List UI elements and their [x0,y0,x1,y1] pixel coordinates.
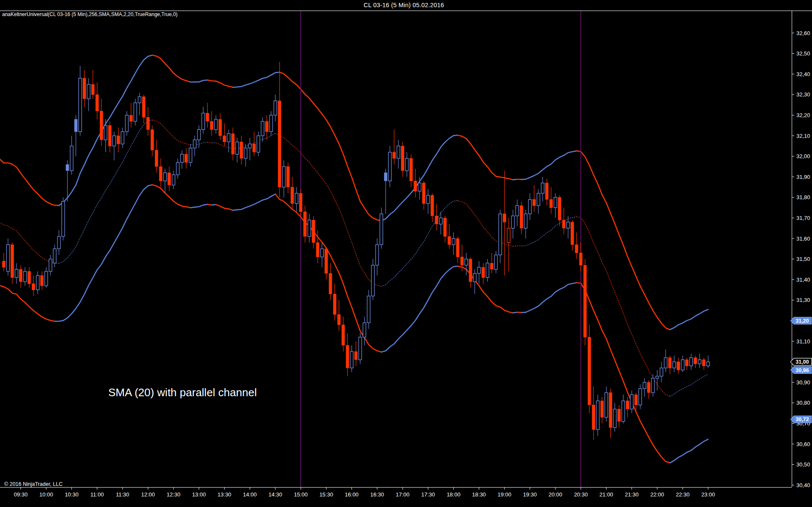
time-axis-label: 12:00 [141,491,155,498]
candle-body-hollow [596,401,599,430]
price-axis-label: 31,90 [796,174,810,180]
candle-body-hollow [376,245,379,266]
candle [236,138,239,162]
candle-body-hollow [202,113,205,130]
candle-body-solid [325,249,328,273]
candle [32,275,35,296]
candle-body-hollow [656,376,659,378]
keltner-midline-sma20 [381,201,458,287]
candle [252,132,255,156]
candle-body-hollow [70,146,73,170]
candle-body-hollow [24,271,27,282]
candle [622,395,625,423]
indicator-parameters-label[interactable]: anaKeltnerUniversal(CL 03-16 (5 Min),256… [2,11,178,17]
candle [609,389,612,438]
candle-body-hollow [367,296,370,323]
time-axis-label: 17:00 [396,491,410,498]
time-axis-label: 20:00 [549,491,562,498]
keltner-upper-band [152,55,190,82]
candle [520,202,523,235]
candle-body-solid [550,200,553,208]
candle-body-hollow [507,228,510,243]
candle-body-solid [456,238,459,257]
candle [537,189,540,214]
price-axis-label: 31,80 [796,194,810,200]
candle-body-solid [210,121,213,129]
candle-body-solid [617,409,620,421]
candle [278,62,281,197]
candle-body-solid [448,236,451,244]
candle-body-hollow [138,97,141,103]
candle-body-hollow [79,78,82,132]
candle [219,113,222,140]
candle-body-solid [592,405,595,430]
candle-body-solid [579,253,582,265]
chart-window: CL 03-16 (5 Min) 05.02.2016 anaKeltnerUn… [0,0,812,507]
candles-layer[interactable] [2,62,710,440]
time-axis-label: 14:30 [269,491,283,498]
candle [41,271,44,290]
candle [511,210,514,238]
candle [164,169,167,193]
candle-body-solid [231,134,234,154]
candle [388,146,391,187]
window-title: CL 03-16 (5 Min) 05.02.2016 [364,2,444,8]
candle [490,253,493,274]
candle [227,129,230,152]
chart-annotation-text[interactable]: SMA (20) with parallel channel [108,386,257,399]
candle [172,171,175,189]
candle-body-hollow [465,259,468,266]
price-axis-label: 31,30 [796,297,810,303]
candle-body-solid [562,220,565,228]
candle [651,374,654,397]
keltner-lower-band [381,266,458,352]
candle [261,117,264,142]
keltner-upper-band [208,80,233,87]
candle-body-hollow [388,152,391,181]
candle [248,138,251,160]
time-axis-label: 20:30 [574,491,588,498]
candle-body-hollow [418,183,421,191]
candle-body-hollow [698,360,701,364]
candle [15,263,18,284]
candle-body-solid [96,95,99,111]
keltner-lower-band [233,194,275,210]
candle-body-hollow [198,129,200,140]
candle-body-solid [91,85,94,95]
candle [643,378,646,397]
candle-body-solid [19,269,22,282]
candle-body-hollow [350,351,353,368]
candle-body-hollow [321,249,324,257]
candle-body-hollow [397,146,400,158]
candle-body-hollow [112,136,115,146]
price-axis-label: 30,80 [796,400,810,406]
candle [342,317,345,352]
candle-body-solid [155,150,158,167]
candle [129,103,132,127]
time-axis[interactable]: 09:3010:0010:3011:0011:3012:0012:3013:00… [14,487,715,498]
candle [79,66,82,136]
keltner-lower-band [513,312,517,313]
candle-body-solid [168,173,171,185]
candle [371,259,374,300]
time-axis-label: 21:30 [625,491,639,498]
candle-body-hollow [477,267,480,274]
candle-body-solid [143,97,145,118]
candle-body-hollow [359,337,362,360]
candle [283,160,285,197]
candle [384,169,387,214]
candle-body-solid [299,193,302,212]
candle-body-hollow [664,358,667,368]
candle [673,356,676,372]
candle [350,345,353,372]
candle [45,267,48,288]
candle-body-solid [435,216,438,224]
time-axis-label: 23:00 [701,491,715,498]
price-chart[interactable]: CL 03-16 (5 Min) 05.02.2016 anaKeltnerUn… [0,0,812,507]
candle [19,265,22,288]
candle-body-hollow [214,119,217,129]
candle-body-solid [575,245,578,253]
candle [452,232,455,255]
price-axis-label: 32,40 [796,71,810,77]
candle-body-hollow [45,271,48,286]
